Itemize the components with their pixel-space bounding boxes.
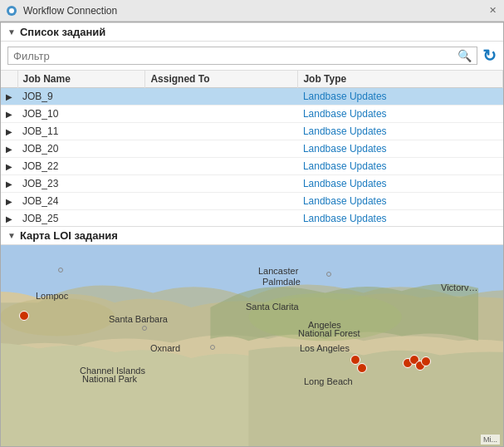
job-type-cell: Landbase Updates [298,106,503,123]
map-toggle-icon[interactable]: ▼ [7,231,16,240]
map-label: Lancaster [258,266,298,276]
table-header-row: Job Name Assigned To Job Type [1,71,503,88]
table-row[interactable]: ▶JOB_24Landbase Updates [1,193,503,210]
table-row[interactable]: ▶JOB_22Landbase Updates [1,158,503,175]
map-attribution: Mi... [481,435,500,445]
search-input[interactable] [13,50,458,62]
assigned-to-cell [145,210,298,225]
job-name-cell: JOB_24 [17,193,145,210]
map-section: LompocLancasterPalmdaleSanta BarbaraSant… [1,245,503,446]
assigned-to-cell [145,193,298,210]
map-label: Santa Clarita [246,302,299,312]
job-name-cell: JOB_11 [17,123,145,140]
refresh-button[interactable]: ↻ [482,46,497,66]
map-label: Long Beach [304,376,353,386]
job-list-label: Список заданий [20,26,105,38]
job-name-cell: JOB_25 [17,210,145,225]
assigned-to-cell [145,123,298,140]
job-type-cell: Landbase Updates [298,140,503,158]
map-marker [357,363,367,373]
close-button[interactable]: ✕ [487,5,499,16]
row-expand-arrow[interactable]: ▶ [1,193,17,210]
map-label: Los Angeles [300,343,350,353]
map-small-dot [326,272,331,277]
col-job-type[interactable]: Job Type [298,71,503,88]
row-expand-arrow[interactable]: ▶ [1,106,17,123]
col-assigned-to[interactable]: Assigned To [145,71,298,88]
job-name-cell: JOB_20 [17,140,145,158]
title-bar-text: Workflow Connection [23,5,482,17]
col-job-name[interactable]: Job Name [17,71,145,88]
map-marker [421,356,431,366]
map-label: Palmdale [262,277,301,287]
table-row[interactable]: ▶JOB_9Landbase Updates [1,88,503,106]
assigned-to-cell [145,175,298,193]
app-icon [5,4,18,17]
table-row[interactable]: ▶JOB_23Landbase Updates [1,175,503,193]
job-name-cell: JOB_9 [17,88,145,106]
search-input-wrap[interactable]: 🔍 [7,47,477,65]
jobs-table: Job Name Assigned To Job Type ▶JOB_9Land… [1,71,503,224]
map-marker [19,311,29,321]
job-type-cell: Landbase Updates [298,175,503,193]
jobs-tbody: ▶JOB_9Landbase Updates▶JOB_10Landbase Up… [1,88,503,225]
job-type-cell: Landbase Updates [298,88,503,106]
map-small-dot [142,326,147,331]
map-background [1,245,503,446]
assigned-to-cell [145,88,298,106]
map-label: National Forest [298,328,360,338]
row-expand-arrow[interactable]: ▶ [1,123,17,140]
map-label: Oxnard [150,343,180,353]
map-small-dot [210,345,215,350]
assigned-to-cell [145,140,298,158]
job-type-cell: Landbase Updates [298,210,503,225]
row-expand-arrow[interactable]: ▶ [1,158,17,175]
job-name-cell: JOB_23 [17,175,145,193]
assigned-to-cell [145,106,298,123]
svg-point-1 [9,8,14,13]
table-row[interactable]: ▶JOB_11Landbase Updates [1,123,503,140]
job-type-cell: Landbase Updates [298,123,503,140]
map-container[interactable]: LompocLancasterPalmdaleSanta BarbaraSant… [1,245,503,446]
title-bar: Workflow Connection ✕ [0,0,504,22]
job-name-cell: JOB_10 [17,106,145,123]
map-section-header: ▼ Карта LOI задания [1,226,503,245]
table-row[interactable]: ▶JOB_25Landbase Updates [1,210,503,225]
job-type-cell: Landbase Updates [298,158,503,175]
assigned-to-cell [145,158,298,175]
row-expand-arrow[interactable]: ▶ [1,210,17,225]
main-content: ▼ Список заданий 🔍 ↻ Job Name Assigned T… [0,22,504,447]
jobs-table-wrapper[interactable]: Job Name Assigned To Job Type ▶JOB_9Land… [1,71,503,224]
table-row[interactable]: ▶JOB_20Landbase Updates [1,140,503,158]
col-arrow [1,71,17,88]
table-row[interactable]: ▶JOB_10Landbase Updates [1,106,503,123]
map-label: Victorv… [441,282,477,292]
row-expand-arrow[interactable]: ▶ [1,175,17,193]
search-icon[interactable]: 🔍 [458,49,472,62]
job-list-toggle-icon[interactable]: ▼ [7,27,16,37]
row-expand-arrow[interactable]: ▶ [1,88,17,106]
map-label: Lompoc [36,291,68,301]
job-name-cell: JOB_22 [17,158,145,175]
map-small-dot [58,268,63,273]
job-type-cell: Landbase Updates [298,193,503,210]
map-label: National Park [82,374,137,384]
map-label: Santa Barbara [109,314,168,324]
svg-point-3 [1,297,115,336]
map-section-label: Карта LOI задания [20,229,118,242]
search-bar: 🔍 ↻ [1,42,503,71]
job-list-section-header: ▼ Список заданий [1,22,503,42]
row-expand-arrow[interactable]: ▶ [1,140,17,158]
